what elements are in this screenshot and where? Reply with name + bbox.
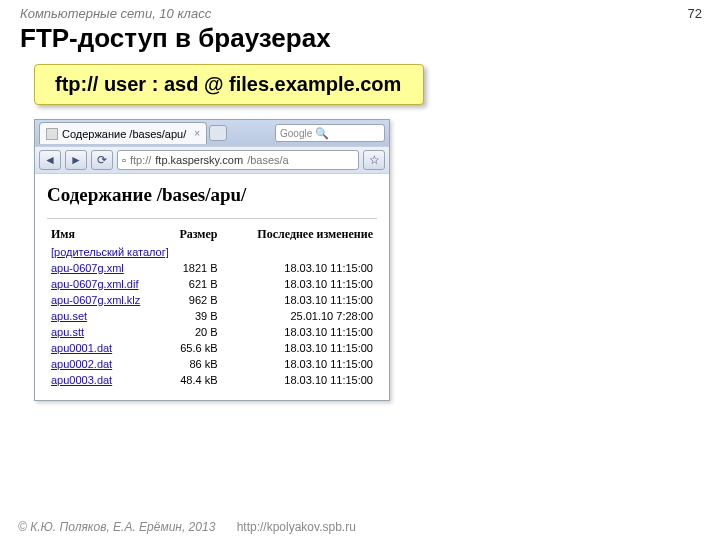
file-modified: 18.03.10 11:15:00 [228,292,377,308]
file-size: 86 kB [165,356,228,372]
ftp-url-example: ftp:// user : asd @ files.example.com [34,64,424,105]
directory-listing: Имя Размер Последнее изменение [родитель… [47,225,377,388]
file-size: 20 B [165,324,228,340]
bookmark-button[interactable]: ☆ [363,150,385,170]
file-link[interactable]: apu-0607g.xml.dif [51,278,138,290]
page-content: Содержание /bases/apu/ Имя Размер Послед… [35,174,389,400]
file-link[interactable]: apu0003.dat [51,374,112,386]
url-host: ftp.kaspersky.com [155,154,243,166]
ftp-proto: ftp:// [55,73,104,95]
col-size: Размер [165,225,228,244]
ftp-pass: asd [164,73,198,95]
tab-title: Содержание /bases/apu/ [62,128,186,140]
ftp-sep-colon: : [146,73,164,95]
table-row: apu-0607g.xml1821 B18.03.10 11:15:00 [47,260,377,276]
search-field[interactable]: Google 🔍 [275,124,385,142]
file-icon [46,128,58,140]
url-scheme: ftp:// [130,154,151,166]
tab-bar: Содержание /bases/apu/ × Google 🔍 [35,120,389,146]
file-modified: 18.03.10 11:15:00 [228,260,377,276]
file-size: 65.6 kB [165,340,228,356]
table-row: apu.set39 B25.01.10 7:28:00 [47,308,377,324]
close-icon[interactable]: × [194,128,200,139]
table-row: apu-0607g.xml.klz962 B18.03.10 11:15:00 [47,292,377,308]
back-button[interactable]: ◄ [39,150,61,170]
table-row: apu0001.dat65.6 kB18.03.10 11:15:00 [47,340,377,356]
course-subtitle: Компьютерные сети, 10 класс [0,0,720,21]
ftp-host: files.example.com [229,73,401,95]
search-placeholder: Google [280,128,312,139]
file-size: 621 B [165,276,228,292]
url-path: /bases/a [247,154,289,166]
file-size: 39 B [165,308,228,324]
file-link[interactable]: apu.stt [51,326,84,338]
browser-tab[interactable]: Содержание /bases/apu/ × [39,122,207,144]
search-icon: 🔍 [315,127,329,140]
page-icon: ▫ [122,154,126,166]
reload-button[interactable]: ⟳ [91,150,113,170]
file-link[interactable]: apu-0607g.xml [51,262,124,274]
file-size: 962 B [165,292,228,308]
file-modified: 25.01.10 7:28:00 [228,308,377,324]
toolbar: ◄ ► ⟳ ▫ ftp://ftp.kaspersky.com/bases/a … [35,146,389,174]
col-name: Имя [47,225,165,244]
file-link[interactable]: apu0002.dat [51,358,112,370]
listing-heading: Содержание /bases/apu/ [47,184,377,206]
file-modified: 18.03.10 11:15:00 [228,276,377,292]
copyright: © К.Ю. Поляков, Е.А. Ерёмин, 2013 [18,520,215,534]
forward-button[interactable]: ► [65,150,87,170]
slide-footer: © К.Ю. Поляков, Е.А. Ерёмин, 2013 http:/… [18,520,356,534]
new-tab-button[interactable] [209,125,227,141]
browser-window: Содержание /bases/apu/ × Google 🔍 ◄ ► ⟳ … [34,119,390,401]
footer-url: http://kpolyakov.spb.ru [237,520,356,534]
parent-dir-link[interactable]: [родительский каталог] [51,246,169,258]
table-row: apu.stt20 B18.03.10 11:15:00 [47,324,377,340]
table-row: apu0003.dat48.4 kB18.03.10 11:15:00 [47,372,377,388]
file-modified: 18.03.10 11:15:00 [228,372,377,388]
table-row: apu0002.dat86 kB18.03.10 11:15:00 [47,356,377,372]
divider [47,218,377,219]
file-size: 48.4 kB [165,372,228,388]
file-modified: 18.03.10 11:15:00 [228,356,377,372]
page-number: 72 [688,6,702,21]
file-modified: 18.03.10 11:15:00 [228,340,377,356]
table-row: apu-0607g.xml.dif621 B18.03.10 11:15:00 [47,276,377,292]
ftp-user: user [104,73,146,95]
file-modified: 18.03.10 11:15:00 [228,324,377,340]
col-modified: Последнее изменение [228,225,377,244]
slide-title: FTP-доступ в браузерах [20,23,720,54]
file-size: 1821 B [165,260,228,276]
file-link[interactable]: apu.set [51,310,87,322]
address-bar[interactable]: ▫ ftp://ftp.kaspersky.com/bases/a [117,150,359,170]
file-link[interactable]: apu0001.dat [51,342,112,354]
ftp-sep-at: @ [198,73,229,95]
file-link[interactable]: apu-0607g.xml.klz [51,294,140,306]
